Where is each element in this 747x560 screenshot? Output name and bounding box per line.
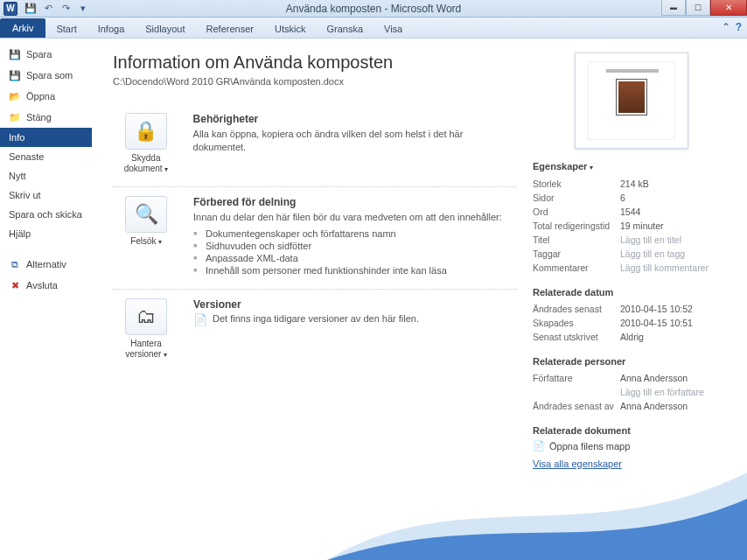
- prop-title-input[interactable]: Lägg till en titel: [620, 233, 730, 247]
- prop-pages: 6: [620, 191, 730, 205]
- prop-created: 2010-04-15 10:51: [620, 316, 730, 330]
- list-item: Dokumentegenskaper och författarens namn: [193, 228, 502, 240]
- nav-print[interactable]: Skriv ut: [0, 186, 92, 205]
- window-title: Använda komposten - Microsoft Word: [286, 3, 462, 15]
- minimize-ribbon-icon[interactable]: ⌃: [722, 21, 730, 33]
- prop-size: 214 kB: [620, 177, 730, 191]
- prepare-heading: Förbered för delning: [193, 196, 502, 208]
- list-item: Anpassade XML-data: [193, 252, 502, 264]
- permissions-text: Alla kan öppna, kopiera och ändra vilken…: [193, 128, 517, 155]
- prepare-section: 🔍 Felsök Förbered för delning Innan du d…: [113, 187, 517, 290]
- nav-options[interactable]: ⧉Alternativ: [0, 254, 92, 275]
- nav-share[interactable]: Spara och skicka: [0, 205, 92, 224]
- prepare-intro: Innan du delar den här filen bör du vara…: [193, 211, 502, 224]
- qat-save-icon[interactable]: 💾: [24, 3, 37, 15]
- properties-header[interactable]: Egenskaper: [533, 161, 730, 172]
- backstage-nav: 💾Spara 💾Spara som 📂Öppna 📁Stäng Info Sen…: [0, 38, 92, 560]
- protect-document-button[interactable]: 🔒 Skydda dokument: [113, 113, 179, 174]
- close-window-button[interactable]: [710, 0, 747, 16]
- folder-icon: 📄: [533, 440, 545, 452]
- window-controls: [661, 0, 747, 16]
- tab-view[interactable]: Visa: [374, 20, 413, 38]
- prepare-list: Dokumentegenskaper och författarens namn…: [193, 228, 502, 276]
- nav-new[interactable]: Nytt: [0, 166, 92, 186]
- tab-mailings[interactable]: Utskick: [264, 20, 316, 38]
- quick-access-toolbar: 💾 ↶ ↷ ▾: [24, 3, 89, 15]
- permissions-section: 🔒 Skydda dokument Behörigheter Alla kan …: [113, 104, 517, 187]
- exit-icon: ✖: [9, 279, 21, 291]
- tab-references[interactable]: Referenser: [196, 20, 264, 38]
- prop-modified: 2010-04-15 10:52: [620, 302, 730, 316]
- inspect-icon: 🔍: [125, 196, 167, 233]
- nav-exit[interactable]: ✖Avsluta: [0, 275, 92, 296]
- qat-redo-icon[interactable]: ↷: [59, 3, 72, 15]
- tab-review[interactable]: Granska: [316, 20, 374, 38]
- nav-close[interactable]: 📁Stäng: [0, 107, 92, 128]
- docs-header: Relaterade dokument: [533, 425, 730, 436]
- tab-insert[interactable]: Infoga: [87, 20, 136, 38]
- qat-customize-icon[interactable]: ▾: [77, 3, 89, 15]
- add-author-input[interactable]: Lägg till en författare: [620, 385, 730, 399]
- manage-versions-button[interactable]: 🗂 Hantera versioner: [113, 298, 179, 360]
- options-icon: ⧉: [9, 258, 21, 270]
- save-as-icon: 💾: [9, 69, 21, 81]
- tab-file[interactable]: Arkiv: [0, 18, 45, 38]
- document-icon: 📄: [193, 313, 207, 326]
- ribbon-right-icons: ⌃ ?: [722, 21, 742, 33]
- list-item: Sidhuvuden och sidfötter: [193, 240, 502, 252]
- list-item: Innehåll som personer med funktionshinde…: [193, 264, 502, 276]
- prop-edit-time: 19 minuter: [620, 219, 730, 233]
- permissions-heading: Behörigheter: [193, 113, 517, 125]
- title-bar: W 💾 ↶ ↷ ▾ Använda komposten - Microsoft …: [0, 0, 747, 18]
- nav-recent[interactable]: Senaste: [0, 147, 92, 166]
- dates-table: Ändrades senast2010-04-15 10:52 Skapades…: [533, 302, 730, 344]
- save-icon: 💾: [9, 48, 21, 60]
- document-thumbnail[interactable]: [575, 52, 688, 149]
- nav-info[interactable]: Info: [0, 128, 92, 147]
- nav-open[interactable]: 📂Öppna: [0, 86, 92, 107]
- qat-undo-icon[interactable]: ↶: [42, 3, 54, 15]
- people-header: Relaterade personer: [533, 356, 730, 367]
- open-icon: 📂: [9, 90, 21, 102]
- versions-heading: Versioner: [193, 298, 419, 311]
- open-file-location[interactable]: 📄 Öppna filens mapp: [533, 440, 730, 452]
- backstage-view: 💾Spara 💾Spara som 📂Öppna 📁Stäng Info Sen…: [0, 38, 747, 560]
- people-table: FörfattareAnna Andersson Lägg till en fö…: [533, 371, 730, 413]
- tab-layout[interactable]: Sidlayout: [135, 20, 195, 38]
- prop-author: Anna Andersson: [620, 371, 730, 385]
- prop-tags-input[interactable]: Lägg till en tagg: [620, 247, 730, 261]
- ribbon-tabs: Arkiv Start Infoga Sidlayout Referenser …: [0, 18, 747, 38]
- prop-words: 1544: [620, 205, 730, 219]
- prop-printed: Aldrig: [620, 330, 730, 344]
- help-icon[interactable]: ?: [736, 21, 742, 33]
- versions-icon: 🗂: [125, 298, 167, 335]
- inspect-button[interactable]: 🔍 Felsök: [113, 196, 179, 276]
- word-icon: W: [3, 2, 17, 16]
- prop-last-modified-by: Anna Andersson: [620, 399, 730, 413]
- versions-section: 🗂 Hantera versioner Versioner 📄 Det finn…: [113, 290, 517, 372]
- nav-help[interactable]: Hjälp: [0, 224, 92, 243]
- dates-header: Relaterade datum: [533, 287, 730, 298]
- show-all-properties-link[interactable]: Visa alla egenskaper: [533, 458, 730, 469]
- properties-table: Storlek214 kB Sidor6 Ord1544 Total redig…: [533, 177, 730, 275]
- nav-save-as[interactable]: 💾Spara som: [0, 65, 92, 86]
- prop-comments-input[interactable]: Lägg till kommentarer: [620, 261, 730, 275]
- maximize-button[interactable]: [686, 0, 710, 16]
- document-path: C:\Docendo\Word 2010 GR\Använda komposte…: [113, 76, 517, 87]
- properties-pane: Egenskaper Storlek214 kB Sidor6 Ord1544 …: [533, 52, 730, 551]
- minimize-button[interactable]: [661, 0, 686, 16]
- shield-lock-icon: 🔒: [125, 113, 167, 150]
- page-title: Information om Använda komposten: [113, 52, 517, 73]
- nav-save[interactable]: 💾Spara: [0, 44, 92, 65]
- versions-text: Det finns inga tidigare versioner av den…: [213, 313, 419, 324]
- info-pane: Information om Använda komposten C:\Doce…: [92, 38, 747, 560]
- tab-home[interactable]: Start: [45, 20, 87, 38]
- close-icon: 📁: [9, 111, 21, 123]
